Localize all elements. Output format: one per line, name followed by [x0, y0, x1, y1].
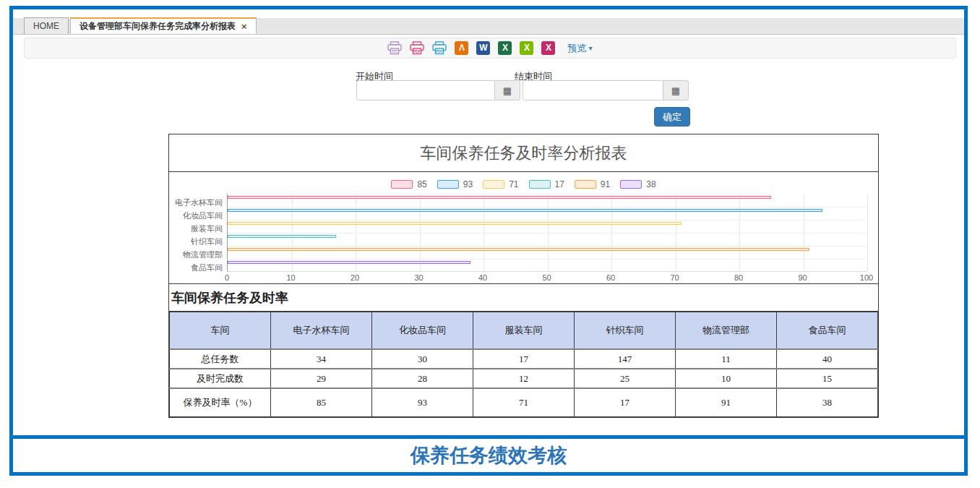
legend-swatch [437, 180, 459, 189]
main-content: HOME 设备管理部车间保养任务完成率分析报表 × PDF PDFΛWXXX 预… [13, 9, 964, 435]
row-label-cell: 保养及时率（%） [170, 388, 271, 416]
category-label: 食品车间 [191, 262, 223, 273]
chart: 859371179138 电子水杯车间化妆品车间服装车间针织车间物流管理部食品车… [169, 172, 878, 283]
table-row: 保养及时率（%）859371179138 [170, 388, 878, 416]
table-cell: 11 [676, 349, 777, 369]
legend-item[interactable]: 38 [620, 179, 656, 189]
table-header-cell: 针织车间 [575, 312, 676, 349]
table-cell: 147 [575, 349, 676, 369]
legend-item[interactable]: 17 [529, 179, 564, 189]
x-tick-label: 80 [734, 273, 743, 282]
category-label: 服装车间 [191, 223, 223, 234]
x-tick-label: 70 [670, 273, 679, 282]
x-gridline [867, 194, 868, 271]
legend-swatch [483, 180, 504, 189]
category-label: 电子水杯车间 [175, 197, 223, 207]
table-cell: 25 [575, 369, 676, 388]
y-gridline [228, 233, 867, 234]
legend-item[interactable]: 93 [437, 179, 473, 189]
category-label: 物流管理部 [183, 249, 223, 260]
legend-value: 71 [509, 179, 518, 189]
y-gridline [228, 220, 867, 221]
section-title: 车间保养任务及时率 [169, 283, 878, 311]
legend-swatch [575, 180, 596, 189]
tab-home-label: HOME [33, 21, 59, 31]
legend-item[interactable]: 91 [575, 179, 610, 189]
legend-swatch [529, 180, 551, 189]
chart-plot-area [227, 194, 867, 272]
row-label-cell: 及时完成数 [170, 369, 271, 388]
x-tick-label: 30 [414, 273, 423, 282]
confirm-button[interactable]: 确定 [654, 107, 690, 127]
table-row: 及时完成数292812251015 [170, 369, 878, 388]
chart-bar [228, 261, 470, 264]
table-cell: 17 [575, 388, 676, 416]
footer-title: 保养任务绩效考核 [13, 439, 964, 472]
export-pdf-icon[interactable]: Λ [455, 41, 468, 55]
chevron-down-icon: ▾ [588, 44, 592, 52]
table-cell: 85 [271, 388, 372, 416]
table-cell: 28 [372, 369, 473, 388]
filter-form: 开始时间 ▦ 结束时间 ▦ 确定 [13, 70, 964, 139]
export-word-icon[interactable]: W [476, 41, 490, 55]
legend-swatch [391, 180, 413, 189]
table-cell: 40 [777, 349, 878, 369]
end-calendar-button[interactable]: ▦ [663, 80, 689, 100]
preview-label: 预览 [567, 42, 586, 55]
chart-x-axis: 0102030405060708090100 [227, 273, 867, 283]
legend-item[interactable]: 71 [483, 179, 518, 189]
preview-dropdown[interactable]: 预览 ▾ [567, 42, 592, 55]
table-cell: 17 [473, 349, 575, 369]
legend-value: 85 [417, 179, 426, 189]
page-frame: HOME 设备管理部车间保养任务完成率分析报表 × PDF PDFΛWXXX 预… [9, 6, 968, 476]
legend-value: 93 [463, 179, 473, 189]
tab-report[interactable]: 设备管理部车间保养任务完成率分析报表 × [70, 17, 257, 34]
toolbar: PDF PDFΛWXXX 预览 ▾ [24, 38, 956, 59]
end-time-input[interactable] [523, 80, 663, 100]
category-label: 针织车间 [191, 236, 223, 247]
legend-value: 17 [555, 179, 564, 189]
x-tick-label: 40 [478, 273, 487, 282]
chart-bar [228, 235, 336, 238]
calendar-icon: ▦ [671, 85, 680, 96]
table-row: 总任务数3430171471140 [170, 349, 878, 369]
print-icon[interactable] [387, 41, 402, 55]
start-time-input[interactable] [356, 80, 495, 100]
x-tick-label: 60 [606, 273, 615, 282]
table-cell: 71 [473, 388, 575, 416]
x-tick-label: 0 [225, 273, 229, 282]
x-tick-label: 10 [286, 273, 295, 282]
start-calendar-button[interactable]: ▦ [495, 80, 520, 100]
print-pdf-blue-icon[interactable]: PDF [432, 41, 447, 55]
export-excel-icon[interactable]: X [498, 41, 512, 55]
chart-bar [228, 248, 809, 251]
table-header-cell: 服装车间 [473, 312, 575, 349]
report-title: 车间保养任务及时率分析报表 [169, 134, 878, 172]
table-cell: 30 [372, 349, 473, 369]
table-header-cell: 化妆品车间 [372, 312, 473, 349]
table-cell: 15 [777, 369, 878, 388]
table-header-cell: 物流管理部 [676, 312, 777, 349]
y-gridline [228, 207, 867, 207]
tab-home[interactable]: HOME [24, 17, 69, 34]
print-pdf-pink-icon[interactable]: PDF [410, 41, 424, 55]
export-excel2-icon[interactable]: X [520, 41, 533, 55]
table-header-cell: 食品车间 [777, 312, 878, 349]
tab-bar: HOME 设备管理部车间保养任务完成率分析报表 × [13, 18, 964, 35]
legend-value: 38 [646, 179, 656, 189]
table-cell: 12 [473, 369, 575, 388]
close-icon[interactable]: × [241, 22, 247, 31]
export-excel3-icon[interactable]: X [541, 41, 555, 55]
report-panel: 车间保养任务及时率分析报表 859371179138 电子水杯车间化妆品车间服装… [168, 134, 879, 418]
table-header-cell: 电子水杯车间 [271, 312, 372, 349]
legend-item[interactable]: 85 [391, 179, 426, 189]
chart-bar [228, 222, 682, 225]
table-header-cell: 车间 [170, 312, 271, 349]
chart-bar [228, 209, 822, 212]
table-cell: 93 [372, 388, 473, 416]
toolbar-icons: PDF PDFΛWXXX [387, 41, 555, 55]
category-label: 化妆品车间 [183, 210, 223, 221]
svg-text:PDF: PDF [413, 49, 421, 53]
report-table: 车间电子水杯车间化妆品车间服装车间针织车间物流管理部食品车间总任务数343017… [169, 311, 878, 417]
table-cell: 38 [777, 388, 878, 416]
